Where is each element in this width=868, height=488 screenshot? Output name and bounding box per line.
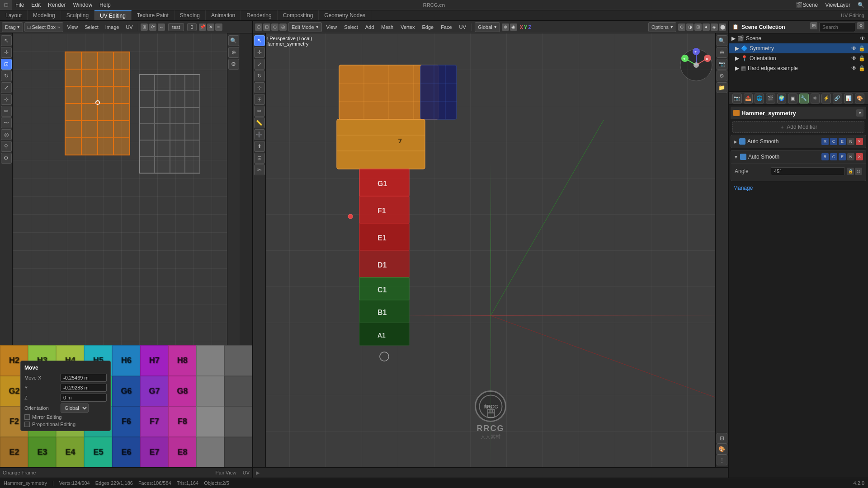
vp-transform-tool[interactable]: ⊞ xyxy=(254,94,265,105)
menu-edit[interactable]: Edit xyxy=(28,0,44,10)
outliner-item-hard-edges[interactable]: ▶ ▦ Hard edges example 👁 🔒 xyxy=(729,63,868,73)
move-x-value[interactable]: -0.25469 m xyxy=(61,374,107,382)
mod-realtime-icon-1[interactable]: R xyxy=(821,138,829,145)
uv-tool-pin[interactable]: ⚲ xyxy=(1,141,12,152)
lock-icon3[interactable]: 🔒 xyxy=(859,65,865,71)
uv-nav-icon[interactable]: ⊕ xyxy=(228,47,239,58)
mod-edit-icon-2[interactable]: E xyxy=(839,153,846,160)
uv-view-menu[interactable]: View xyxy=(65,22,81,32)
vp-vertex-menu[interactable]: Vertex xyxy=(398,22,417,32)
mod-cage-icon-2[interactable]: N xyxy=(847,153,854,160)
vp-overlay-icon[interactable]: ⊙ xyxy=(678,23,685,31)
vp-face-menu[interactable]: Face xyxy=(438,22,454,32)
uv-tool-extra[interactable]: ⚙ xyxy=(1,153,12,164)
mod-close-icon-1[interactable]: ✕ xyxy=(856,138,863,145)
menu-window[interactable]: Window xyxy=(69,0,96,10)
prop-world-icon[interactable]: 🌍 xyxy=(777,94,787,103)
vp-mesh-menu[interactable]: Mesh xyxy=(378,22,396,32)
prop-constraints-icon[interactable]: 🔗 xyxy=(833,94,842,103)
outliner-filter-icon[interactable]: ⊞ xyxy=(810,22,817,29)
navigation-gizmo[interactable]: X Y Z xyxy=(678,47,714,83)
move-z-value[interactable]: 0 m xyxy=(61,394,107,402)
mod-close-icon-2[interactable]: ✕ xyxy=(856,153,863,160)
uv-change-frame-btn[interactable]: Change Frame xyxy=(3,470,36,475)
vp-icon2[interactable]: ⊡ xyxy=(263,23,270,31)
vp-prop-icon[interactable]: ◉ xyxy=(510,23,517,31)
menu-render[interactable]: Render xyxy=(44,0,69,10)
uv-viewport[interactable]: 🔍 ⊕ ⚙ xyxy=(13,33,240,345)
uv-stretch-icon[interactable]: ↔ xyxy=(158,23,165,31)
orientation-select[interactable]: Global Local xyxy=(61,404,89,413)
mod-edit-icon-1[interactable]: E xyxy=(839,138,846,145)
vp-rotate-tool[interactable]: ↻ xyxy=(254,70,265,81)
prop-view-icon[interactable]: 🌐 xyxy=(755,94,764,103)
uv-pan-view-btn[interactable]: Pan View xyxy=(215,470,236,475)
eye-icon3[interactable]: 👁 xyxy=(851,55,857,61)
vp-camera-icon[interactable]: 📷 xyxy=(717,59,727,70)
tab-texture-paint[interactable]: Texture Paint xyxy=(132,10,175,20)
vp-uv-menu[interactable]: UV xyxy=(457,22,469,32)
uv-tool-cursor[interactable]: ↖ xyxy=(1,35,12,46)
prop-particles-icon[interactable]: ⚛ xyxy=(811,94,820,103)
vp-measure-tool[interactable]: 📏 xyxy=(254,117,265,128)
vp-settings-icon2[interactable]: ⚙ xyxy=(717,70,727,81)
uv-tool-unwrap[interactable]: ◎ xyxy=(1,129,12,140)
menu-help[interactable]: Help xyxy=(96,0,114,10)
vp-extrude-tool[interactable]: ⬆ xyxy=(254,141,265,152)
add-modifier-button[interactable]: ＋ Add Modifier xyxy=(732,121,864,133)
vp-extra-tool[interactable]: ⋮ xyxy=(717,455,727,465)
vp-render-icon[interactable]: ⬤ xyxy=(719,23,726,31)
tab-layout[interactable]: Layout xyxy=(0,10,28,20)
vp-icon4[interactable]: ◎ xyxy=(279,23,287,31)
outliner-search-input[interactable] xyxy=(819,22,855,32)
scene-selector[interactable]: 🎬 Scene xyxy=(792,2,821,8)
uv-select-menu[interactable]: Select xyxy=(82,22,101,32)
outliner-item-symmetry[interactable]: ▶ 🔷 Symmetry 👁 🔒 xyxy=(729,43,868,53)
uv-zoom-in-icon[interactable]: 🔍 xyxy=(228,35,239,46)
uv-tool-move[interactable]: ✛ xyxy=(1,47,12,58)
proportional-editing-checkbox[interactable] xyxy=(24,422,30,427)
modifier-header-1[interactable]: ▶ Auto Smooth R C E N ✕ xyxy=(731,135,866,148)
vp-add-menu[interactable]: Add xyxy=(363,22,377,32)
uv-settings-icon[interactable]: ⚙ xyxy=(228,59,239,70)
uv-uv-menu[interactable]: UV xyxy=(123,22,135,32)
lock-icon2[interactable]: 🔒 xyxy=(859,55,865,61)
mirror-editing-checkbox[interactable] xyxy=(24,414,30,420)
vp-nav-zoom-icon[interactable]: 🔍 xyxy=(717,35,727,46)
uv-close-icon[interactable]: ✕ xyxy=(207,23,214,31)
uv-drag-btn[interactable]: Drag ▾ xyxy=(2,22,23,32)
uv-tool-rotate[interactable]: ↻ xyxy=(1,70,12,81)
lock-icon[interactable]: 🔒 xyxy=(859,45,865,52)
prop-output-icon[interactable]: 📤 xyxy=(744,94,753,103)
uv-image-menu[interactable]: Image xyxy=(103,22,122,32)
uv-select-btn[interactable]: □ Select Box ~ xyxy=(24,22,63,32)
uv-tool-transform[interactable]: ⊹ xyxy=(1,94,12,105)
vp-paint-icon[interactable]: 🎨 xyxy=(717,444,727,455)
blender-logo[interactable]: ⬡ xyxy=(0,0,12,10)
tab-modeling[interactable]: Modeling xyxy=(28,10,61,20)
prop-object-icon[interactable]: ▣ xyxy=(788,94,797,103)
uv-pin-icon[interactable]: 📌 xyxy=(199,23,206,31)
uv-grid-icon[interactable]: ⊞ xyxy=(141,23,148,31)
prop-data-icon[interactable]: 📊 xyxy=(844,94,854,103)
angle-value[interactable]: 45° xyxy=(771,167,845,175)
angle-lock-icon[interactable]: 🔒 xyxy=(847,168,854,175)
angle-anim-icon[interactable]: ◎ xyxy=(855,168,862,175)
tab-compositing[interactable]: Compositing xyxy=(278,10,319,20)
prop-render-icon[interactable]: 📷 xyxy=(732,94,742,103)
outliner-settings-icon[interactable]: ⚙ xyxy=(857,22,864,29)
vp-move-tool[interactable]: ⤢ xyxy=(254,59,265,70)
vp-knife-tool[interactable]: ✂ xyxy=(254,164,265,175)
vp-view-menu[interactable]: View xyxy=(324,22,340,32)
vp-annotate-tool[interactable]: ✏ xyxy=(254,106,265,117)
mod-realtime-icon-2[interactable]: R xyxy=(821,153,829,160)
prop-physics-icon[interactable]: ⚡ xyxy=(821,94,831,103)
vp-global-dropdown[interactable]: Global ▾ xyxy=(475,22,500,32)
prop-scene-icon[interactable]: 🎬 xyxy=(766,94,775,103)
manage-button[interactable]: Manage xyxy=(731,183,866,193)
vp-select-tool[interactable]: ↖ xyxy=(254,35,265,46)
vp-scale-tool[interactable]: ⊹ xyxy=(254,82,265,93)
eye-icon2[interactable]: 👁 xyxy=(851,45,857,52)
vp-nav-icon[interactable]: ⊕ xyxy=(717,47,727,58)
frame-counter[interactable]: 0 xyxy=(187,23,196,31)
